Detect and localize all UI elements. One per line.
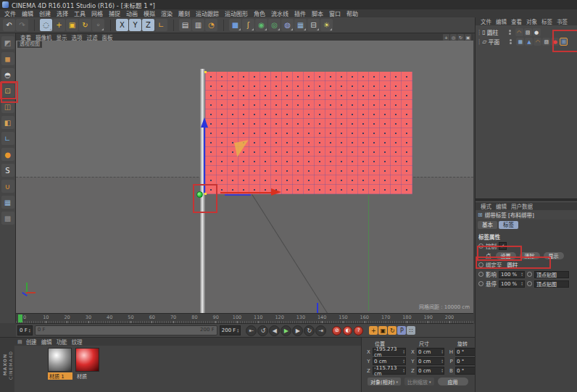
flag-point[interactable] xyxy=(260,72,270,81)
redo-icon[interactable]: ↷ xyxy=(16,19,28,31)
om-menu-item-1[interactable]: 编辑 xyxy=(494,17,509,25)
material-thumb[interactable] xyxy=(48,348,72,372)
flag-point[interactable] xyxy=(347,175,358,185)
flag-point[interactable] xyxy=(249,175,260,185)
material-item-0[interactable]: 材质 1 xyxy=(48,348,72,380)
flag-point[interactable] xyxy=(270,100,281,109)
flag-point[interactable] xyxy=(249,166,260,175)
flag-point[interactable] xyxy=(325,166,336,175)
y-axis-arrow-icon[interactable] xyxy=(201,117,208,128)
flag-point[interactable] xyxy=(380,72,391,81)
visibility-dot-bottom[interactable] xyxy=(509,33,511,35)
spinner-icon[interactable] xyxy=(403,350,404,354)
flag-point[interactable] xyxy=(391,100,402,109)
flag-point[interactable] xyxy=(369,91,380,100)
flag-point[interactable] xyxy=(249,81,260,91)
flag-point[interactable] xyxy=(336,100,347,109)
menubar-item-18[interactable]: 帮助 xyxy=(344,9,361,17)
flag-point[interactable] xyxy=(315,72,325,81)
flag-point[interactable] xyxy=(325,147,336,157)
visibility-dot-bottom[interactable] xyxy=(510,42,512,44)
rotate-view-icon[interactable]: ↻ xyxy=(457,34,464,41)
flag-point[interactable] xyxy=(347,72,358,81)
flag-point[interactable] xyxy=(315,185,325,194)
flag-point[interactable] xyxy=(205,166,216,175)
flag-point[interactable] xyxy=(238,81,249,91)
flag-point[interactable] xyxy=(391,119,402,128)
flag-point[interactable] xyxy=(303,175,314,185)
render-view-button[interactable]: ▤ xyxy=(179,19,191,31)
spinner-icon[interactable] xyxy=(403,359,404,364)
flag-point[interactable] xyxy=(303,138,314,147)
flag-point[interactable] xyxy=(325,100,336,109)
flag-point[interactable] xyxy=(336,138,347,147)
flag-point[interactable] xyxy=(227,100,238,109)
subdivision-surface-button[interactable]: ◉ xyxy=(255,19,267,31)
flag-point[interactable] xyxy=(402,100,412,109)
flag-point[interactable] xyxy=(227,119,238,128)
flag-point[interactable] xyxy=(369,157,380,166)
deformer-button[interactable]: ◎ xyxy=(268,19,281,31)
flag-point[interactable] xyxy=(260,128,270,138)
flag-point[interactable] xyxy=(402,128,412,138)
flag-point[interactable] xyxy=(260,166,270,175)
anim-dot-icon[interactable] xyxy=(478,281,483,286)
spinner-icon[interactable] xyxy=(441,359,443,364)
next-frame-button[interactable]: ▶ xyxy=(292,325,303,336)
flag-point[interactable] xyxy=(380,119,391,128)
flag-point[interactable] xyxy=(303,166,314,175)
coordinate-field[interactable]: 0 cm xyxy=(417,357,444,365)
flag-point[interactable] xyxy=(347,147,358,157)
flag-point[interactable] xyxy=(292,157,303,166)
flag-point[interactable] xyxy=(391,91,402,100)
x-axis-lock[interactable]: X xyxy=(116,19,128,31)
phong-tag[interactable]: ◠ xyxy=(534,38,541,46)
menubar-item-13[interactable]: 角色 xyxy=(251,9,268,17)
goto-end-button[interactable]: ⇥ xyxy=(315,325,326,336)
flag-point[interactable] xyxy=(238,119,249,128)
play-button[interactable]: ▶ xyxy=(281,325,291,336)
attr-menu-item-0[interactable]: 模式 xyxy=(478,202,494,210)
flag-point[interactable] xyxy=(347,157,358,166)
menubar-item-4[interactable]: 工具 xyxy=(71,9,88,17)
key-scale-toggle[interactable]: ▣ xyxy=(378,326,387,335)
flag-point[interactable] xyxy=(303,91,314,100)
spline-pen-button[interactable]: ʃ xyxy=(242,19,254,31)
material-menu-item-3[interactable]: 纹理 xyxy=(70,338,85,346)
flag-point[interactable] xyxy=(205,72,216,81)
flag-point[interactable] xyxy=(391,166,402,175)
om-menu-item-5[interactable]: 书签 xyxy=(555,17,570,25)
flag-point[interactable] xyxy=(358,119,369,128)
flag-point[interactable] xyxy=(347,185,358,194)
flag-point[interactable] xyxy=(281,100,292,109)
flag-point[interactable] xyxy=(347,138,358,147)
flag-point[interactable] xyxy=(260,175,270,185)
toggle-view-icon[interactable]: ▣ xyxy=(465,34,471,41)
flag-point[interactable] xyxy=(402,138,412,147)
menubar-item-1[interactable]: 编辑 xyxy=(19,9,36,17)
flag-point[interactable] xyxy=(402,166,412,175)
flag-point[interactable] xyxy=(358,175,369,185)
flag-point[interactable] xyxy=(249,72,260,81)
flag-point[interactable] xyxy=(238,157,249,166)
flag-point[interactable] xyxy=(325,81,336,91)
flag-point[interactable] xyxy=(315,166,325,175)
flag-point[interactable] xyxy=(325,72,336,81)
flag-point[interactable] xyxy=(216,166,227,175)
quantize-button[interactable]: ▩ xyxy=(1,212,14,225)
flag-plane-object[interactable] xyxy=(205,72,412,194)
flag-point[interactable] xyxy=(260,91,270,100)
flag-point[interactable] xyxy=(260,157,270,166)
flag-point[interactable] xyxy=(205,100,216,109)
influence-field[interactable]: 100 % xyxy=(499,271,525,278)
x-axis-shaft[interactable] xyxy=(220,192,271,193)
om-menu-item-4[interactable]: 标签 xyxy=(539,17,555,25)
flag-point[interactable] xyxy=(369,138,380,147)
influence-vertex-map-field[interactable]: 顶点贴图 xyxy=(534,271,569,278)
visibility-dot-top[interactable] xyxy=(509,30,511,32)
flag-point[interactable] xyxy=(281,91,292,100)
camera-button[interactable]: ⊟ xyxy=(307,19,320,31)
magnet-tool-button[interactable]: ∪ xyxy=(1,180,14,193)
flag-point[interactable] xyxy=(325,91,336,100)
flag-point[interactable] xyxy=(238,100,249,109)
